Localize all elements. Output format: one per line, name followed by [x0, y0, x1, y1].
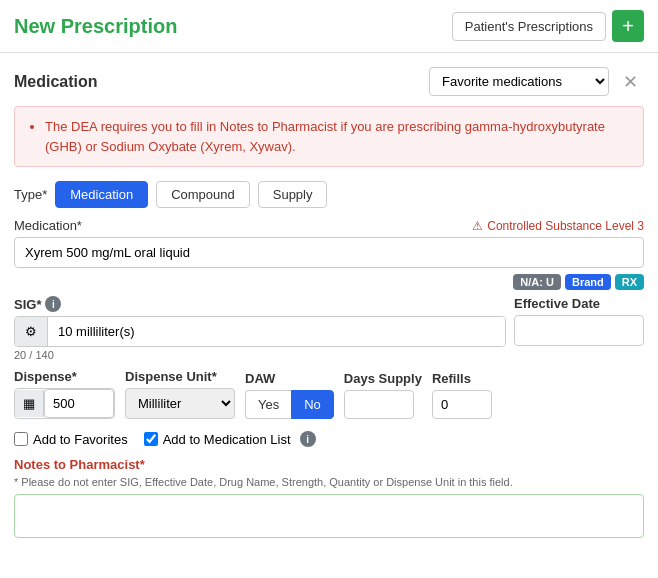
- add-to-favorites-label: Add to Favorites: [33, 432, 128, 447]
- notes-label: Notes to Pharmacist*: [14, 457, 644, 472]
- sig-info-icon[interactable]: i: [45, 296, 61, 312]
- close-button[interactable]: ✕: [617, 69, 644, 95]
- notes-textarea[interactable]: [14, 494, 644, 538]
- add-to-med-list-checkbox[interactable]: [144, 432, 158, 446]
- sig-char-count: 20 / 140: [14, 349, 506, 361]
- checkboxes-row: Add to Favorites Add to Medication List …: [14, 431, 644, 447]
- refills-field-group: Refills: [432, 371, 492, 419]
- add-to-med-list-item: Add to Medication List i: [144, 431, 316, 447]
- dispense-unit-label: Dispense Unit*: [125, 369, 235, 384]
- type-compound-button[interactable]: Compound: [156, 181, 250, 208]
- sig-right: Effective Date: [514, 296, 644, 346]
- medication-select-wrapper: Xyrem 500 mg/mL oral liquid: [14, 237, 644, 268]
- type-row: Type* Medication Compound Supply: [14, 181, 644, 208]
- badge-rx: RX: [615, 274, 644, 290]
- notes-hint: * Please do not enter SIG, Effective Dat…: [14, 476, 644, 488]
- header-actions: Patient's Prescriptions +: [452, 10, 644, 42]
- dispense-field-group: Dispense* ▦: [14, 369, 115, 419]
- medication-select[interactable]: Xyrem 500 mg/mL oral liquid: [14, 237, 644, 268]
- daw-yes-button[interactable]: Yes: [245, 390, 291, 419]
- days-supply-field-group: Days Supply: [344, 371, 422, 419]
- sig-label-row: SIG* i: [14, 296, 506, 312]
- type-label: Type*: [14, 187, 47, 202]
- sig-left: SIG* i ⚙ 20 / 140: [14, 296, 506, 361]
- sig-gear-button[interactable]: ⚙: [15, 317, 48, 346]
- dispense-input[interactable]: [44, 389, 114, 418]
- header: New Prescription Patient's Prescriptions…: [0, 0, 658, 53]
- medication-label: Medication*: [14, 218, 82, 233]
- sig-input[interactable]: [48, 317, 505, 346]
- daw-btn-group: Yes No: [245, 390, 334, 419]
- section-right: Favorite medications ✕: [429, 67, 644, 96]
- section-title: Medication: [14, 73, 98, 91]
- dispense-input-wrapper: ▦: [14, 388, 115, 419]
- sig-label: SIG*: [14, 297, 41, 312]
- notes-section: Notes to Pharmacist* * Please do not ent…: [14, 457, 644, 541]
- days-supply-label: Days Supply: [344, 371, 422, 386]
- dispense-label: Dispense*: [14, 369, 115, 384]
- daw-no-button[interactable]: No: [291, 390, 334, 419]
- dispense-icon-button[interactable]: ▦: [15, 390, 44, 417]
- patient-prescriptions-button[interactable]: Patient's Prescriptions: [452, 12, 606, 41]
- med-list-info-icon[interactable]: i: [300, 431, 316, 447]
- add-to-med-list-label: Add to Medication List: [163, 432, 291, 447]
- add-to-favorites-checkbox[interactable]: [14, 432, 28, 446]
- type-medication-button[interactable]: Medication: [55, 181, 148, 208]
- sig-row: SIG* i ⚙ 20 / 140 Effective Date: [14, 296, 644, 361]
- daw-label: DAW: [245, 371, 334, 386]
- daw-field-group: DAW Yes No: [245, 371, 334, 419]
- favorite-medications-select[interactable]: Favorite medications: [429, 67, 609, 96]
- medication-label-row: Medication* Controlled Substance Level 3: [14, 218, 644, 233]
- dispense-unit-field-group: Dispense Unit* Milliliter Tablet Capsule: [125, 369, 235, 419]
- dea-alert: The DEA requires you to fill in Notes to…: [14, 106, 644, 167]
- type-supply-button[interactable]: Supply: [258, 181, 328, 208]
- effective-date-input[interactable]: [514, 315, 644, 346]
- add-button[interactable]: +: [612, 10, 644, 42]
- alert-text: The DEA requires you to fill in Notes to…: [45, 117, 629, 156]
- effective-date-label: Effective Date: [514, 296, 644, 311]
- refills-label: Refills: [432, 371, 492, 386]
- badge-brand: Brand: [565, 274, 611, 290]
- add-to-favorites-item: Add to Favorites: [14, 432, 128, 447]
- fields-row: Dispense* ▦ Dispense Unit* Milliliter Ta…: [14, 369, 644, 419]
- main-content: Medication Favorite medications ✕ The DE…: [0, 53, 658, 555]
- page-wrapper: New Prescription Patient's Prescriptions…: [0, 0, 658, 578]
- sig-input-wrapper: ⚙: [14, 316, 506, 347]
- days-supply-input[interactable]: [344, 390, 414, 419]
- page-title: New Prescription: [14, 15, 177, 38]
- badges-row: N/A: U Brand RX: [14, 274, 644, 290]
- dispense-unit-select[interactable]: Milliliter Tablet Capsule: [125, 388, 235, 419]
- refills-input[interactable]: [432, 390, 492, 419]
- controlled-substance-badge: Controlled Substance Level 3: [472, 219, 644, 233]
- badge-na-u: N/A: U: [513, 274, 561, 290]
- section-header: Medication Favorite medications ✕: [14, 67, 644, 96]
